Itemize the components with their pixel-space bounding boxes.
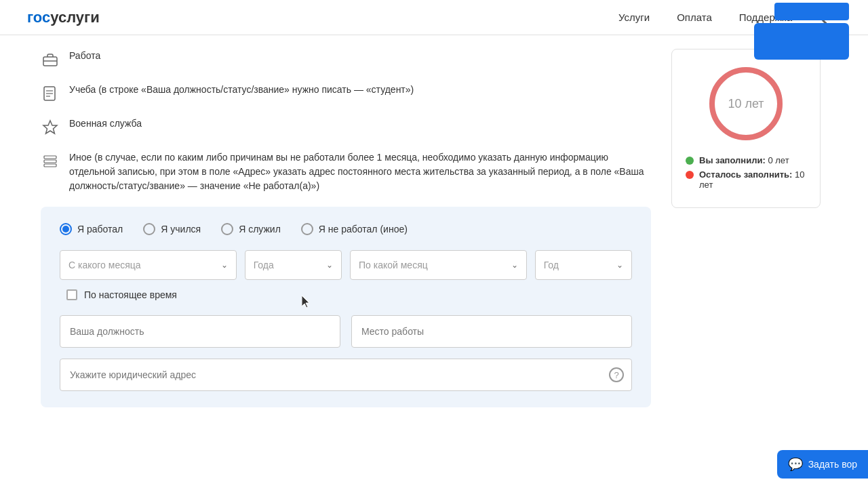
progress-circle-text: 10 лет: [728, 97, 764, 111]
info-text-work: Работа: [69, 49, 100, 63]
info-text-other: Иное (в случае, если по каким либо причи…: [69, 150, 651, 193]
to-year-dropdown[interactable]: Год ⌄: [535, 250, 632, 280]
from-year-chevron-icon: ⌄: [326, 260, 333, 270]
nav-uslugi[interactable]: Услуги: [618, 12, 650, 23]
from-month-label: С какого месяца: [68, 260, 141, 270]
legend-remaining: Осталось заполнить: 10 лет: [686, 169, 806, 190]
to-month-chevron-icon: ⌄: [511, 260, 518, 270]
layers-icon: [41, 152, 60, 171]
help-icon[interactable]: ?: [609, 367, 624, 382]
legend-filled-text: Вы заполнили: 0 лет: [699, 155, 789, 165]
header: госуслуги Услуги Оплата Поддержка 🔍: [0, 0, 868, 35]
radio-worked[interactable]: Я работал: [60, 223, 123, 235]
legend-dot-red: [686, 171, 694, 179]
dropdowns-row: С какого месяца ⌄ Года ⌄ По какой месяц …: [60, 250, 632, 280]
svg-rect-9: [44, 164, 56, 167]
briefcase-icon: [41, 50, 60, 69]
svg-rect-8: [44, 160, 56, 163]
inputs-row: [60, 315, 632, 348]
radio-studied[interactable]: Я учился: [143, 223, 201, 235]
from-year-dropdown[interactable]: Года ⌄: [245, 250, 342, 280]
legend-remaining-text: Осталось заполнить: 10 лет: [699, 169, 806, 190]
radio-notworked[interactable]: Я не работал (иное): [301, 223, 408, 235]
logo-uslugi-dark: услуги: [50, 9, 100, 26]
legend-filled: Вы заполнили: 0 лет: [686, 155, 806, 165]
chat-button[interactable]: 💬 Задать вор: [777, 450, 868, 479]
star-icon: [41, 118, 60, 137]
checkbox-label: По настоящее время: [84, 289, 177, 300]
progress-legend: Вы заполнили: 0 лет Осталось заполнить: …: [686, 155, 806, 194]
left-content: Работа Учеба (в строке «Ваша должность/с…: [41, 49, 651, 407]
svg-rect-7: [44, 156, 56, 159]
radio-group: Я работал Я учился Я служил Я не работал…: [60, 223, 632, 235]
book-icon: [41, 84, 60, 103]
radio-label-worked: Я работал: [77, 224, 123, 235]
to-month-dropdown[interactable]: По какой месяц ⌄: [350, 250, 527, 280]
progress-circle: 10 лет: [705, 63, 787, 144]
chat-icon: 💬: [788, 457, 803, 472]
position-input[interactable]: [60, 315, 340, 348]
logo-gos: гос: [27, 9, 50, 26]
info-item-other: Иное (в случае, если по каким либо причи…: [41, 150, 651, 193]
radio-served[interactable]: Я служил: [221, 223, 281, 235]
radio-label-served: Я служил: [239, 224, 281, 235]
info-text-study: Учеба (в строке «Ваша должность/статус/з…: [69, 83, 414, 97]
radio-circle-worked: [60, 223, 72, 235]
radio-label-notworked: Я не работал (иное): [319, 224, 408, 235]
info-item-military: Военная служба: [41, 117, 651, 137]
logo: госуслуги: [27, 9, 100, 26]
logo-text: госуслуги: [27, 9, 100, 26]
radio-circle-served: [221, 223, 233, 235]
right-sidebar: 10 лет Вы заполнили: 0 лет Осталось запо…: [671, 49, 821, 407]
to-year-chevron-icon: ⌄: [616, 260, 623, 270]
from-month-dropdown[interactable]: С какого месяца ⌄: [60, 250, 237, 280]
from-month-chevron-icon: ⌄: [221, 260, 228, 270]
to-month-label: По какой месяц: [359, 260, 428, 270]
radio-circle-studied: [143, 223, 155, 235]
legend-dot-green: [686, 157, 694, 165]
radio-circle-notworked: [301, 223, 313, 235]
chat-button-label: Задать вор: [808, 459, 857, 470]
header-button-top[interactable]: [774, 3, 849, 20]
info-text-military: Военная служба: [69, 117, 142, 131]
address-row: ?: [60, 359, 632, 391]
info-item-study: Учеба (в строке «Ваша должность/статус/з…: [41, 83, 651, 103]
from-year-label: Года: [254, 260, 274, 270]
checkbox-row: По настоящее время: [60, 289, 632, 300]
progress-card: 10 лет Вы заполнили: 0 лет Осталось запо…: [671, 49, 821, 208]
main-content: Работа Учеба (в строке «Ваша должность/с…: [0, 35, 868, 407]
workplace-input[interactable]: [351, 315, 632, 348]
header-avatar-button[interactable]: [754, 23, 849, 60]
nav-oplata[interactable]: Оплата: [677, 12, 712, 23]
address-input[interactable]: [60, 359, 632, 391]
present-checkbox[interactable]: [66, 289, 77, 300]
svg-marker-6: [43, 121, 57, 134]
radio-label-studied: Я учился: [161, 224, 201, 235]
info-item-work: Работа: [41, 49, 651, 69]
form-card: Я работал Я учился Я служил Я не работал…: [41, 207, 651, 407]
to-year-label: Год: [544, 260, 559, 270]
